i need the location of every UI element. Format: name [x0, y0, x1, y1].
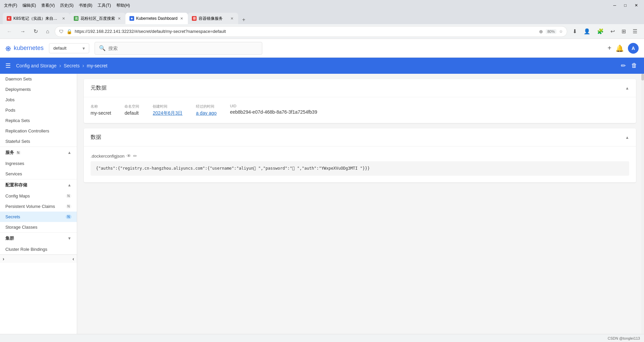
meta-value-age[interactable]: a day ago: [196, 110, 217, 116]
breadcrumb-config-storage[interactable]: Config and Storage: [16, 63, 57, 68]
meta-label-namespace: 命名空间: [124, 104, 139, 109]
metadata-table: 名称 my-secret 命名空间 default 创建时间 2024年6月3日…: [91, 104, 629, 116]
browser-menus: 文件(F) 编辑(E) 查看(V) 历史(S) 书签(B) 工具(T) 帮助(H…: [4, 3, 130, 8]
edit-field-icon[interactable]: ✏: [133, 153, 137, 159]
meta-label-uid: UID: [230, 104, 317, 108]
tab-close-icon[interactable]: ✕: [230, 16, 234, 21]
home-button[interactable]: ⌂: [43, 27, 52, 36]
sidebar-resize-handle[interactable]: [77, 74, 78, 334]
sidebar-item-daemon-sets[interactable]: Daemon Sets: [0, 74, 77, 84]
url-text: https://192.168.222.141:32232/#/secret/d…: [75, 29, 536, 34]
meta-field-namespace: 命名空间 default: [124, 104, 139, 116]
sidebar-item-pvc[interactable]: Persistent Volume Claims N: [0, 201, 77, 212]
sidebar-item-deployments[interactable]: Deployments: [0, 84, 77, 95]
namespace-selector[interactable]: default ▾: [49, 43, 89, 53]
sidebar-item-label: Daemon Sets: [5, 76, 32, 81]
avatar[interactable]: A: [628, 43, 639, 54]
menu-file[interactable]: 文件(F): [4, 3, 17, 8]
sidebar-section-config-storage-label: 配置和存储: [5, 182, 27, 188]
tab-close-icon[interactable]: ✕: [61, 16, 66, 21]
meta-field-age: 经过的时间 a day ago: [196, 104, 217, 116]
sidebar-item-jobs[interactable]: Jobs: [0, 95, 77, 105]
puzzle-icon[interactable]: ⊞: [619, 27, 629, 36]
tab-kubernetes-dashboard[interactable]: ⎈ Kubernetes Dashboard ✕: [125, 13, 188, 24]
sidebar-item-label: Ingresses: [5, 161, 24, 166]
content-scrollbar[interactable]: [641, 74, 644, 334]
browser-titlebar: 文件(F) 编辑(E) 查看(V) 历史(S) 书签(B) 工具(T) 帮助(H…: [0, 0, 644, 11]
sidebar-item-config-maps[interactable]: Config Maps N: [0, 191, 77, 201]
profile-icon[interactable]: 👤: [581, 27, 593, 36]
maximize-button[interactable]: □: [622, 2, 629, 8]
tab-container-registry[interactable]: 容 容器镜像服务 ✕: [188, 13, 238, 24]
kube-logo: ⎈ kubernetes: [5, 43, 44, 54]
data-card-body: .dockerconfigjson 👁 ✏ {"auths":{"registr…: [84, 147, 636, 182]
lock-icon: 🔒: [66, 29, 72, 34]
data-field-header: .dockerconfigjson 👁 ✏: [91, 153, 629, 159]
sidebar-item-stateful-sets[interactable]: Stateful Sets: [0, 136, 77, 147]
sidebar-section-cluster-label: 集群: [5, 235, 14, 241]
menu-view[interactable]: 查看(V): [41, 3, 55, 8]
tab-huafen[interactable]: 花 花粉社区_百度搜索 ✕: [70, 13, 125, 24]
close-button[interactable]: ✕: [633, 2, 640, 8]
chevron-up-icon: ▲: [67, 150, 71, 155]
delete-button[interactable]: 🗑: [630, 61, 639, 71]
sidebar-section-cluster[interactable]: 集群 ▼: [0, 232, 77, 244]
sidebar-collapse-icon[interactable]: ‹: [72, 256, 74, 262]
meta-value-namespace: default: [124, 110, 139, 116]
menu-help[interactable]: 帮助(H): [116, 3, 130, 8]
sidebar-item-services[interactable]: Services: [0, 169, 77, 179]
download-icon[interactable]: ⬇: [570, 27, 580, 36]
menu-bookmarks[interactable]: 书签(B): [79, 3, 92, 8]
sidebar-item-secrets[interactable]: Secrets N: [0, 212, 77, 222]
url-bar[interactable]: 🛡 🔒 https://192.168.222.141:32232/#/secr…: [55, 26, 567, 37]
reload-button[interactable]: ↻: [31, 27, 41, 36]
app-header: ⎈ kubernetes default ▾ 🔍 + 🔔 A: [0, 39, 644, 58]
menu-history[interactable]: 历史(S): [60, 3, 73, 8]
menu-toggle-icon[interactable]: ☰: [5, 62, 11, 69]
metadata-card-title: 元数据: [91, 84, 107, 92]
sidebar-section-config-storage[interactable]: 配置和存储 ▲: [0, 179, 77, 191]
metadata-collapse-button[interactable]: ▲: [625, 86, 629, 91]
data-collapse-button[interactable]: ▲: [625, 135, 629, 140]
sidebar-item-replica-sets[interactable]: Replica Sets: [0, 115, 77, 126]
namespace-value: default: [53, 46, 80, 51]
new-tab-button[interactable]: +: [239, 15, 248, 24]
sidebar-item-pods[interactable]: Pods: [0, 105, 77, 115]
meta-value-name: my-secret: [91, 110, 111, 116]
tab-close-icon[interactable]: ✕: [117, 16, 121, 21]
metadata-card-header: 元数据 ▲: [84, 79, 636, 97]
undo-icon[interactable]: ↩: [608, 27, 618, 36]
bookmark-icon[interactable]: ☆: [559, 29, 563, 34]
edit-button[interactable]: ✏: [620, 61, 627, 71]
add-button[interactable]: +: [607, 44, 611, 52]
menu-icon[interactable]: ☰: [630, 27, 640, 36]
menu-tools[interactable]: 工具(T): [98, 3, 111, 8]
sidebar-item-cluster-role-bindings[interactable]: Cluster Role Bindings: [0, 244, 77, 254]
sidebar-item-ingresses[interactable]: Ingresses: [0, 158, 77, 169]
tab-close-icon[interactable]: ✕: [179, 16, 184, 21]
sidebar-item-label: Stateful Sets: [5, 139, 30, 144]
sidebar-item-label: Persistent Volume Claims: [5, 204, 55, 209]
sidebar-expand-icon[interactable]: ›: [3, 256, 4, 262]
breadcrumb-secrets[interactable]: Secrets: [64, 63, 79, 68]
sidebar-item-storage-classes[interactable]: Storage Classes: [0, 222, 77, 232]
sidebar-item-replication-controllers[interactable]: Replication Controllers: [0, 126, 77, 136]
back-button[interactable]: ←: [4, 27, 15, 36]
tab-k8s-notes[interactable]: K K8S笔记（实战）来自尚硅谷... ✕: [3, 13, 70, 24]
browser-icon: ⊕: [539, 29, 543, 34]
notifications-icon[interactable]: 🔔: [615, 44, 624, 52]
sidebar-bottom-arrows: › ‹: [0, 254, 77, 263]
search-input[interactable]: [108, 46, 258, 51]
tab-favicon: 容: [192, 16, 197, 21]
breadcrumb-separator-2: ›: [82, 63, 84, 69]
minimize-button[interactable]: ─: [611, 2, 618, 8]
meta-value-created[interactable]: 2024年6月3日: [153, 110, 182, 116]
tab-title: Kubernetes Dashboard: [136, 16, 177, 21]
sidebar-section-services[interactable]: 服务 N ▲: [0, 147, 77, 158]
menu-edit[interactable]: 编辑(E): [22, 3, 36, 8]
forward-button[interactable]: →: [17, 27, 28, 36]
sidebar-item-label: Storage Classes: [5, 225, 37, 230]
sidebar: Daemon Sets Deployments Jobs Pods Replic…: [0, 74, 77, 334]
extensions-icon[interactable]: 🧩: [594, 27, 606, 36]
eye-icon[interactable]: 👁: [126, 153, 131, 159]
